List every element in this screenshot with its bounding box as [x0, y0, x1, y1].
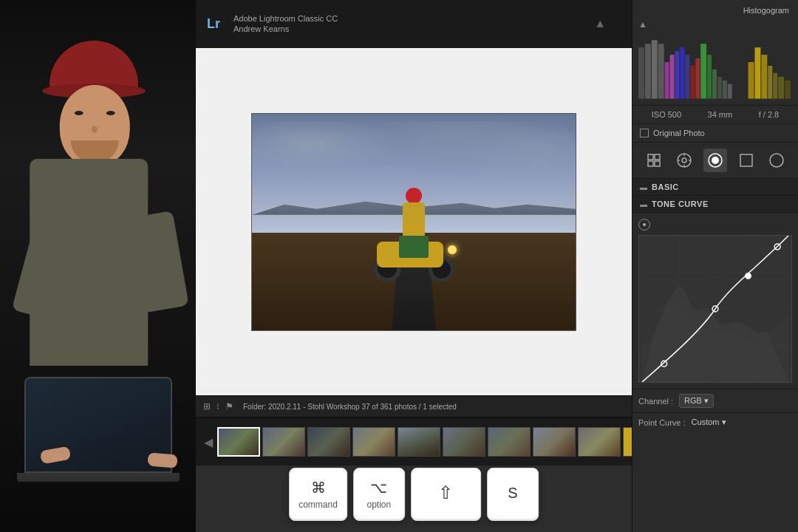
target-icon[interactable]	[638, 219, 650, 231]
tone-curve-controls	[632, 213, 798, 389]
tone-curve-target-row	[638, 219, 792, 231]
panel-icon-circle-plus[interactable]	[672, 149, 696, 172]
svg-point-29	[682, 158, 686, 163]
svg-rect-23	[785, 81, 791, 99]
lightroom-panel: Lr Adobe Lightroom Classic CC Andrew Kea…	[196, 0, 632, 532]
svg-rect-7	[680, 47, 684, 98]
svg-rect-26	[648, 161, 653, 166]
panel-icon-circle-outline[interactable]	[765, 149, 788, 172]
svg-rect-6	[675, 51, 680, 98]
svg-rect-19	[761, 55, 767, 98]
grid-icon	[647, 153, 661, 168]
panel-icon-grid[interactable]	[642, 149, 666, 172]
point-curve-value: Custom ▾	[692, 417, 726, 427]
panel-icon-circle-filled[interactable]	[703, 149, 727, 172]
svg-rect-27	[655, 161, 660, 166]
histogram-svg	[638, 33, 792, 99]
toolbar-icon-grid[interactable]: ⊞	[203, 401, 211, 412]
svg-rect-2	[652, 40, 658, 98]
basic-section-label: Basic	[652, 183, 679, 191]
channel-select[interactable]: RGB ▾	[679, 394, 714, 408]
histogram-expand-icon[interactable]: ▲	[638, 19, 647, 30]
svg-rect-4	[665, 62, 669, 99]
svg-rect-25	[655, 154, 660, 160]
key-shift: ⇧	[411, 468, 481, 521]
channel-label: Channel :	[638, 397, 673, 406]
svg-rect-0	[638, 47, 644, 98]
square-icon	[739, 153, 754, 168]
filmstrip-thumb-1[interactable]	[217, 427, 260, 457]
channel-row: Channel : RGB ▾	[632, 389, 798, 412]
tone-curve-collapse-icon: ▬	[640, 200, 647, 208]
filmstrip-thumb-2[interactable]	[262, 427, 305, 457]
key-command: ⌘ command	[289, 468, 347, 521]
filmstrip-thumb-9[interactable]	[578, 427, 621, 457]
keyboard-overlay: ⌘ command ⌥ option ⇧ S	[289, 468, 539, 521]
target-dot	[643, 223, 646, 226]
tone-curve-section-label: Tone Curve	[652, 200, 709, 208]
tone-curve-graph[interactable]	[638, 235, 792, 383]
iso-value: ISO 500	[652, 110, 681, 119]
basic-section-header[interactable]: ▬ Basic	[632, 179, 798, 196]
nav-arrow-icon[interactable]: ▲	[594, 17, 606, 30]
lr-app-info: Adobe Lightroom Classic CC Andrew Kearns	[233, 13, 338, 35]
face	[59, 85, 129, 166]
svg-rect-14	[717, 77, 722, 99]
camera-info: ISO 500 34 mm f / 2.8	[632, 106, 798, 124]
filmstrip-thumb-8[interactable]	[533, 427, 576, 457]
svg-point-46	[746, 273, 751, 279]
circle-plus-icon	[676, 152, 692, 168]
shift-symbol: ⇧	[438, 482, 453, 503]
original-photo-checkbox[interactable]	[640, 129, 649, 137]
circle-filled-icon	[707, 152, 723, 168]
original-photo-row: Original Photo	[632, 124, 798, 143]
svg-rect-16	[728, 84, 732, 99]
svg-rect-12	[707, 55, 712, 98]
folder-info: Folder: 2020.2.11 - Stohl Workshop 37 of…	[243, 403, 457, 411]
filmstrip-thumb-10[interactable]	[623, 427, 632, 457]
svg-rect-13	[712, 69, 717, 99]
point-curve-row: Point Curve : Custom ▾	[632, 412, 798, 432]
svg-rect-21	[773, 73, 777, 99]
svg-rect-24	[648, 154, 653, 160]
tone-curve-section-header[interactable]: ▬ Tone Curve	[632, 196, 798, 213]
filmstrip-thumb-3[interactable]	[307, 427, 350, 457]
lr-logo: Lr	[207, 16, 220, 32]
develop-panel: Histogogram ▲	[632, 0, 798, 532]
s-symbol: S	[508, 485, 517, 502]
aperture: f / 2.8	[759, 110, 780, 119]
command-label: command	[299, 499, 338, 510]
histogram-section: Histogogram ▲	[632, 0, 798, 106]
svg-rect-1	[645, 44, 651, 98]
lr-toolbar: ⊞ ⁝ ⚑ Folder: 2020.2.11 - Stohl Workshop…	[196, 395, 632, 417]
toolbar-icon-dots[interactable]: ⁝	[216, 401, 219, 412]
option-label: option	[366, 499, 391, 510]
filmstrip-thumb-7[interactable]	[488, 427, 531, 457]
toolbar-icon-flag[interactable]: ⚑	[225, 401, 233, 412]
svg-point-35	[712, 157, 719, 164]
histogram-title: Histogogram	[638, 6, 792, 15]
point-curve-dropdown-arrow[interactable]: ▾	[722, 417, 726, 426]
svg-rect-3	[658, 44, 664, 98]
panel-icon-square[interactable]	[734, 149, 758, 172]
presenter-panel	[0, 0, 196, 532]
filmstrip-thumb-4[interactable]	[352, 427, 395, 457]
focal-length: 34 mm	[708, 110, 733, 119]
svg-rect-20	[768, 66, 772, 99]
filmstrip: ◀	[196, 417, 632, 466]
presenter-image	[0, 0, 196, 532]
filmstrip-arrow-left[interactable]: ◀	[202, 435, 215, 449]
key-s: S	[487, 468, 539, 521]
panel-icons-row	[632, 143, 798, 179]
svg-rect-22	[778, 77, 784, 99]
option-symbol: ⌥	[370, 479, 387, 497]
filmstrip-thumb-6[interactable]	[443, 427, 485, 457]
curve-graph-svg	[639, 236, 791, 382]
svg-rect-18	[754, 47, 760, 98]
filmstrip-thumb-5[interactable]	[398, 427, 440, 457]
svg-rect-5	[670, 55, 675, 98]
svg-rect-10	[695, 58, 700, 98]
histogram-graph	[638, 33, 792, 99]
svg-rect-11	[700, 44, 706, 98]
lr-topbar: Lr Adobe Lightroom Classic CC Andrew Kea…	[196, 0, 632, 48]
